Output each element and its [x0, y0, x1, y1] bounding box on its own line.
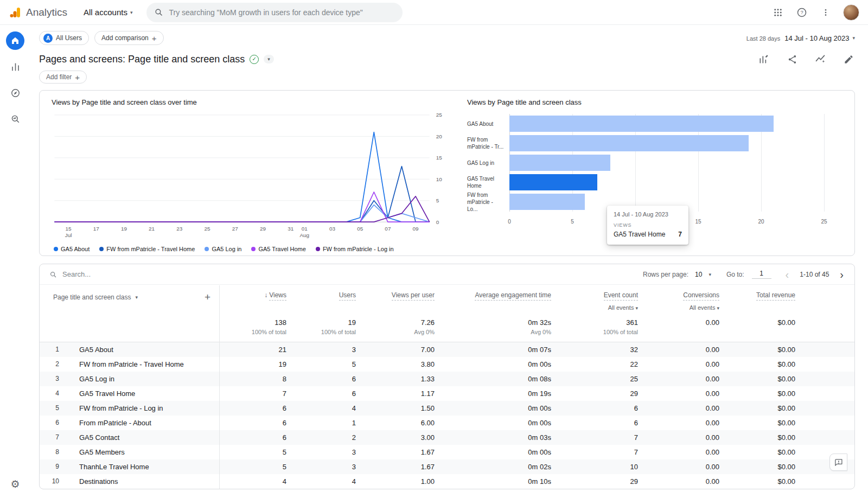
chevron-down-icon: ▾ — [135, 295, 138, 300]
search-input[interactable] — [169, 8, 395, 17]
cell-page-title: Destinations — [66, 477, 219, 486]
chevron-down-icon: ▾ — [709, 272, 711, 277]
chevron-down-icon: ▾ — [717, 305, 719, 311]
table-row[interactable]: 6From mPatricle - About616.000m 00s60.00… — [40, 416, 854, 430]
cell-conversions: 0.00 — [638, 390, 719, 398]
column-header-avg-engagement[interactable]: Average engagement time — [435, 291, 551, 301]
apps-grid-icon[interactable] — [771, 6, 784, 19]
admin-gear-icon[interactable]: ⚙ — [0, 478, 30, 490]
cell-page-title: GA5 Members — [66, 448, 219, 456]
event-count-filter[interactable]: All events ▾ — [551, 304, 638, 311]
bar[interactable] — [509, 194, 585, 210]
share-icon[interactable] — [786, 53, 799, 66]
cell-event-count: 10 — [551, 463, 638, 471]
search-icon — [49, 271, 57, 278]
more-vert-icon[interactable] — [819, 6, 832, 19]
cell-views: 21 — [219, 346, 286, 354]
help-icon[interactable]: ? — [795, 6, 808, 19]
go-to-label: Go to: — [726, 271, 744, 278]
go-to-page-input[interactable] — [752, 270, 771, 279]
customize-report-icon[interactable] — [757, 53, 770, 66]
table-row[interactable]: 1GA5 About2137.000m 07s320.00$0.00 — [40, 342, 854, 357]
column-header-users[interactable]: Users — [286, 291, 356, 301]
table-row[interactable]: 10Destinations441.000m 10s290.00$0.00 — [40, 474, 854, 489]
cell-views-per-user: 6.00 — [356, 419, 435, 427]
next-page-icon[interactable]: › — [839, 269, 845, 280]
legend-item[interactable]: FW from mPatricle - Travel Home — [99, 246, 195, 252]
legend-dot — [251, 247, 256, 251]
bar-axis-label: 10 — [632, 219, 638, 225]
cell-conversions: 0.00 — [638, 433, 719, 442]
legend-item[interactable]: GA5 Log in — [205, 246, 241, 252]
bar[interactable] — [509, 174, 597, 190]
table-row[interactable]: 2FW from mPatricle - Travel Home1953.800… — [40, 357, 854, 372]
cell-avg-engagement: 0m 08s — [435, 375, 551, 383]
table-row[interactable]: 8GA5 Members531.670m 00s70.00$0.00 — [40, 445, 854, 459]
bar[interactable] — [509, 135, 749, 151]
cell-views: 6 — [219, 433, 286, 442]
table-row[interactable]: 9ThanhLe Travel Home531.670m 02s100.00$0… — [40, 459, 854, 474]
table-row[interactable]: 3GA5 Log in861.330m 08s250.00$0.00 — [40, 372, 854, 386]
svg-text:?: ? — [800, 10, 803, 15]
cell-page-title: GA5 Contact — [66, 433, 219, 442]
add-dimension-button[interactable]: + — [205, 291, 210, 303]
date-range-picker[interactable]: Last 28 days 14 Jul - 10 Aug 2023▾ — [746, 34, 855, 42]
comparison-chip-all-users[interactable]: A All Users — [39, 31, 89, 45]
cell-avg-engagement: 0m 00s — [435, 404, 551, 412]
data-quality-check-icon[interactable]: ✓ — [250, 55, 259, 64]
column-header-total-revenue[interactable]: Total revenue — [719, 291, 795, 301]
table-search[interactable] — [49, 270, 171, 278]
cell-page-title: FW from mPatricle - Log in — [66, 404, 219, 412]
table-search-input[interactable] — [62, 270, 171, 278]
svg-text:15: 15 — [66, 226, 72, 232]
bar[interactable] — [509, 116, 774, 132]
cell-views: 7 — [219, 390, 286, 398]
cell-event-count: 22 — [551, 360, 638, 368]
cell-event-count: 32 — [551, 346, 638, 354]
bar-category-label: GA5 About — [467, 120, 509, 127]
add-filter-button[interactable]: Add filter + — [39, 71, 87, 84]
dimension-header[interactable]: Page title and screen class▾ — [53, 293, 138, 301]
avatar[interactable] — [843, 4, 859, 21]
column-header-conversions[interactable]: Conversions All events ▾ — [638, 291, 719, 312]
nav-home[interactable] — [6, 31, 24, 50]
legend-item[interactable]: FW from mPatricle - Log in — [316, 246, 394, 252]
svg-text:20: 20 — [436, 133, 443, 139]
cell-views-per-user: 7.00 — [356, 346, 435, 354]
bar[interactable] — [509, 155, 610, 171]
global-search[interactable] — [146, 3, 403, 22]
cell-avg-engagement: 0m 07s — [435, 346, 551, 354]
cell-event-count: 6 — [551, 404, 638, 412]
feedback-button[interactable] — [829, 454, 847, 471]
cell-conversions: 0.00 — [638, 404, 719, 412]
comparison-badge: A — [43, 34, 53, 43]
account-selector[interactable]: All accounts▾ — [84, 8, 132, 17]
column-header-event-count[interactable]: Event count All events ▾ — [551, 291, 638, 312]
conversions-filter[interactable]: All events ▾ — [638, 304, 719, 311]
bar-category-label: FW from mPatricle - Tr... — [467, 136, 509, 150]
cell-revenue: $0.00 — [719, 448, 795, 456]
table-row[interactable]: 5FW from mPatricle - Log in641.500m 00s6… — [40, 401, 854, 416]
insights-icon[interactable] — [814, 53, 827, 66]
table-row[interactable]: 4GA5 Travel Home761.170m 19s290.00$0.00 — [40, 386, 854, 401]
legend-label: GA5 Log in — [212, 246, 241, 252]
cell-page-title: GA5 Log in — [66, 375, 219, 383]
bar-axis-label: 0 — [508, 219, 511, 225]
line-chart[interactable]: 051015202515Jul171921232527293101Aug0305… — [52, 108, 451, 245]
column-header-views[interactable]: ↓Views — [219, 291, 286, 301]
report-title-chevron[interactable]: ▾ — [264, 55, 274, 63]
rows-per-page-select[interactable]: 10▾ — [695, 271, 711, 278]
previous-page-icon[interactable]: ‹ — [784, 269, 790, 280]
cell-revenue: $0.00 — [719, 433, 795, 442]
nav-reports[interactable] — [6, 58, 24, 76]
add-comparison-button[interactable]: Add comparison + — [94, 31, 163, 45]
table-row[interactable]: 7GA5 Contact623.000m 03s70.00$0.00 — [40, 430, 854, 445]
cell-views-per-user: 3.00 — [356, 433, 435, 442]
nav-advertising[interactable] — [6, 110, 24, 128]
legend-item[interactable]: GA5 About — [54, 246, 90, 252]
legend-item[interactable]: GA5 Travel Home — [251, 246, 305, 252]
edit-icon[interactable] — [842, 53, 855, 66]
column-header-views-per-user[interactable]: Views per user — [356, 291, 435, 301]
nav-explore[interactable] — [6, 84, 24, 102]
analytics-logo-icon[interactable] — [9, 6, 22, 19]
